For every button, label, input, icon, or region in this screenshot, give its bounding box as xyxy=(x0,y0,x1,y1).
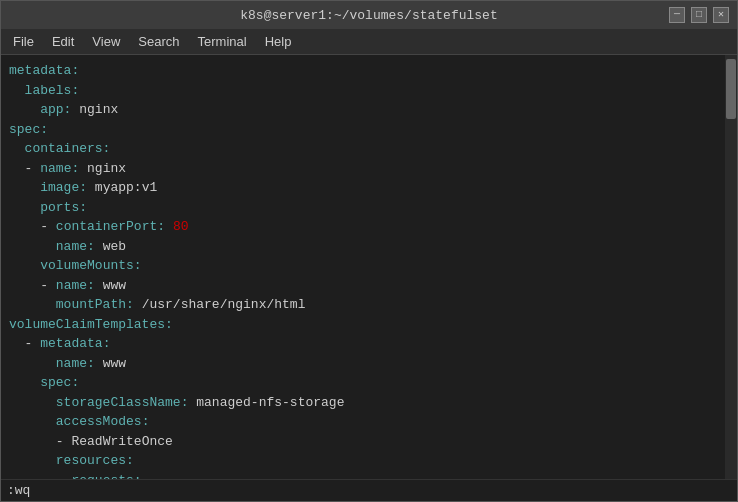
line-14: volumeClaimTemplates: xyxy=(9,315,717,335)
line-7: image: myapp:v1 xyxy=(9,178,717,198)
line-22: requests: xyxy=(9,471,717,480)
window-title: k8s@server1:~/volumes/statefulset xyxy=(69,8,669,23)
menu-edit[interactable]: Edit xyxy=(44,32,82,51)
vim-status: :wq xyxy=(7,483,30,498)
line-13: mountPath: /usr/share/nginx/html xyxy=(9,295,717,315)
window-controls: ─ □ ✕ xyxy=(669,7,729,23)
menu-view[interactable]: View xyxy=(84,32,128,51)
scrollbar-thumb[interactable] xyxy=(726,59,736,119)
terminal-area[interactable]: metadata: labels: app: nginx spec: conta… xyxy=(1,55,737,479)
line-2: labels: xyxy=(9,81,717,101)
menu-bar: File Edit View Search Terminal Help xyxy=(1,29,737,55)
close-button[interactable]: ✕ xyxy=(713,7,729,23)
line-19: accessModes: xyxy=(9,412,717,432)
line-10: name: web xyxy=(9,237,717,257)
line-12: - name: www xyxy=(9,276,717,296)
line-18: storageClassName: managed-nfs-storage xyxy=(9,393,717,413)
maximize-button[interactable]: □ xyxy=(691,7,707,23)
terminal-window: k8s@server1:~/volumes/statefulset ─ □ ✕ … xyxy=(0,0,738,502)
line-16: name: www xyxy=(9,354,717,374)
minimize-button[interactable]: ─ xyxy=(669,7,685,23)
line-3: app: nginx xyxy=(9,100,717,120)
line-1: metadata: xyxy=(9,61,717,81)
scrollbar[interactable] xyxy=(725,55,737,479)
line-21: resources: xyxy=(9,451,717,471)
line-17: spec: xyxy=(9,373,717,393)
menu-terminal[interactable]: Terminal xyxy=(190,32,255,51)
title-bar: k8s@server1:~/volumes/statefulset ─ □ ✕ xyxy=(1,1,737,29)
menu-file[interactable]: File xyxy=(5,32,42,51)
line-20: - ReadWriteOnce xyxy=(9,432,717,452)
menu-help[interactable]: Help xyxy=(257,32,300,51)
line-15: - metadata: xyxy=(9,334,717,354)
terminal-content[interactable]: metadata: labels: app: nginx spec: conta… xyxy=(1,55,725,479)
line-5: containers: xyxy=(9,139,717,159)
line-9: - containerPort: 80 xyxy=(9,217,717,237)
line-11: volumeMounts: xyxy=(9,256,717,276)
status-bar: :wq xyxy=(1,479,737,501)
line-4: spec: xyxy=(9,120,717,140)
line-6: - name: nginx xyxy=(9,159,717,179)
menu-search[interactable]: Search xyxy=(130,32,187,51)
line-8: ports: xyxy=(9,198,717,218)
